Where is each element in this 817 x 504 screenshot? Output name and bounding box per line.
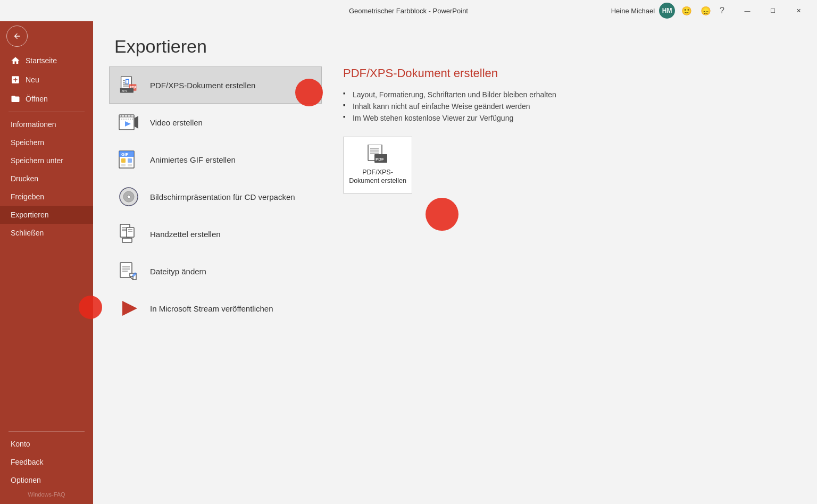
- sidebar-item-exportieren[interactable]: Exportieren: [0, 206, 93, 224]
- svg-point-26: [127, 195, 130, 198]
- export-item-cd[interactable]: Bildschirmpräsentation für CD verpacken: [109, 178, 322, 215]
- minimize-button[interactable]: —: [735, 0, 760, 21]
- svg-text:XPS: XPS: [122, 89, 128, 93]
- svg-rect-20: [121, 158, 126, 163]
- sidebar-item-freigeben[interactable]: Freigeben: [0, 188, 93, 206]
- export-item-gif[interactable]: GIF Animiertes GIF erstellen: [109, 141, 322, 178]
- video-icon: [118, 112, 139, 133]
- sidebar-divider-bottom: [9, 431, 85, 432]
- detail-bullet-1: Inhalt kann nicht auf einfache Weise geä…: [343, 100, 801, 112]
- content-area: PDF XPS PDF/XPS-Dokument erstellen: [93, 66, 817, 504]
- sidebar-item-optionen[interactable]: Optionen: [0, 471, 93, 489]
- user-avatar: HM: [659, 3, 675, 19]
- sidebar-item-speichern-unter[interactable]: Speichern unter: [0, 152, 93, 170]
- titlebar-username: Heine Michael: [611, 7, 655, 15]
- export-label-dateityp: Dateityp ändern: [150, 267, 206, 276]
- export-label-gif: Animiertes GIF erstellen: [150, 155, 236, 164]
- sidebar: Startseite Neu Öffnen Informationen Spei…: [0, 21, 93, 504]
- pdf-button-icon: PDF: [367, 145, 388, 164]
- detail-bullet-2: Im Web stehen kostenlose Viewer zur Verf…: [343, 112, 801, 124]
- export-item-pdf-xps[interactable]: PDF XPS PDF/XPS-Dokument erstellen: [109, 66, 322, 104]
- export-item-dateityp[interactable]: Dateityp ändern: [109, 253, 322, 290]
- export-label-stream: In Microsoft Stream veröffentlichen: [150, 304, 273, 313]
- sidebar-item-speichern[interactable]: Speichern: [0, 133, 93, 152]
- close-button[interactable]: ✕: [786, 0, 811, 21]
- export-list: PDF XPS PDF/XPS-Dokument erstellen: [109, 66, 322, 493]
- export-item-stream[interactable]: In Microsoft Stream veröffentlichen: [109, 290, 322, 327]
- stream-icon: [118, 298, 139, 319]
- detail-bullets: Layout, Formatierung, Schriftarten und B…: [343, 89, 801, 124]
- create-pdf-button[interactable]: PDF PDF/XPS-Dokument erstellen: [343, 137, 412, 194]
- titlebar: Geometrischer Farbblock - PowerPoint Hei…: [0, 0, 817, 21]
- export-label-pdf-xps: PDF/XPS-Dokument erstellen: [150, 81, 255, 90]
- export-item-handzettel[interactable]: Handzettel erstellen: [109, 215, 322, 253]
- window-controls: — ☐ ✕: [735, 0, 811, 21]
- watermark-label: Windows-FAQ: [0, 489, 93, 502]
- svg-text:GIF: GIF: [121, 152, 128, 157]
- sidebar-nav-mid: Informationen Speichern Speichern unter …: [0, 115, 93, 242]
- titlebar-title: Geometrischer Farbblock - PowerPoint: [349, 7, 468, 15]
- export-item-video[interactable]: Video erstellen: [109, 104, 322, 141]
- sidebar-item-feedback[interactable]: Feedback: [0, 453, 93, 471]
- smiley-icon[interactable]: 🙂: [679, 6, 694, 16]
- svg-rect-22: [121, 164, 126, 166]
- sidebar-spacer: [0, 242, 93, 428]
- sidebar-divider-top: [9, 112, 85, 112]
- svg-rect-21: [128, 158, 132, 163]
- help-icon[interactable]: ?: [718, 6, 727, 15]
- cd-icon: [118, 186, 139, 207]
- detail-panel: PDF/XPS-Dokument erstellen Layout, Forma…: [343, 66, 801, 493]
- maximize-button[interactable]: ☐: [761, 0, 785, 21]
- handzettel-icon: [118, 223, 139, 245]
- svg-rect-30: [127, 228, 134, 237]
- sidebar-item-neu[interactable]: Neu: [0, 70, 93, 89]
- export-label-cd: Bildschirmpräsentation für CD verpacken: [150, 192, 295, 201]
- sidebar-item-startseite[interactable]: Startseite: [0, 51, 93, 70]
- export-label-handzettel: Handzettel erstellen: [150, 230, 221, 239]
- detail-title: PDF/XPS-Dokument erstellen: [343, 66, 801, 80]
- pdf-button-label: PDF/XPS-Dokument erstellen: [349, 168, 406, 186]
- sidebar-item-schliessen[interactable]: Schließen: [0, 224, 93, 242]
- page-title: Exportieren: [93, 21, 817, 66]
- detail-bullet-0: Layout, Formatierung, Schriftarten und B…: [343, 89, 801, 100]
- pdf-icon: PDF XPS: [118, 74, 139, 96]
- sidebar-item-drucken[interactable]: Drucken: [0, 170, 93, 188]
- svg-text:PDF: PDF: [376, 157, 384, 162]
- gif-icon: GIF: [118, 149, 139, 170]
- sidebar-item-informationen[interactable]: Informationen: [0, 115, 93, 133]
- main-content: Exportieren PDF: [93, 21, 817, 504]
- svg-rect-23: [128, 164, 132, 166]
- sidebar-item-konto[interactable]: Konto: [0, 435, 93, 453]
- svg-marker-40: [122, 301, 137, 316]
- sidebar-nav-bottom: Konto Feedback Optionen Windows-FAQ: [0, 435, 93, 504]
- sad-icon[interactable]: 😞: [698, 6, 713, 16]
- titlebar-right: Heine Michael HM 🙂 😞 ? — ☐ ✕: [611, 0, 811, 21]
- export-label-video: Video erstellen: [150, 118, 203, 127]
- sidebar-nav-top: Startseite Neu Öffnen: [0, 51, 93, 108]
- app-layout: Startseite Neu Öffnen Informationen Spei…: [0, 21, 817, 504]
- svg-rect-29: [122, 238, 132, 242]
- dateityp-icon: [118, 261, 139, 282]
- sidebar-item-oeffnen[interactable]: Öffnen: [0, 89, 93, 108]
- back-button[interactable]: [6, 26, 28, 47]
